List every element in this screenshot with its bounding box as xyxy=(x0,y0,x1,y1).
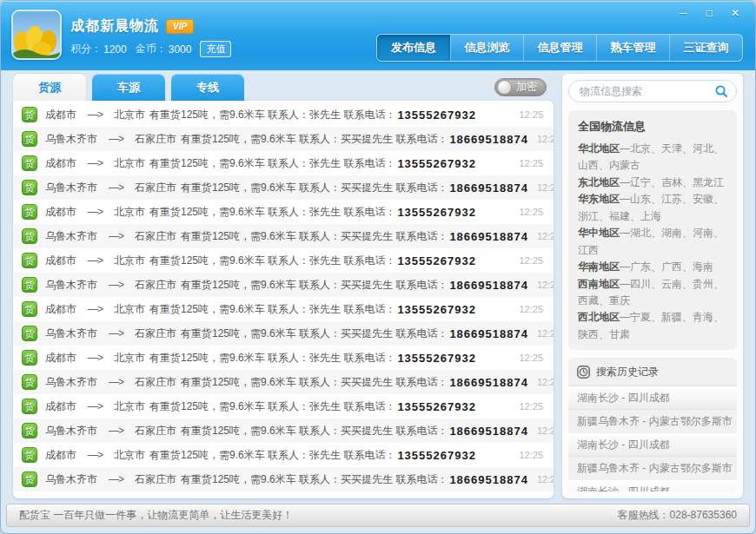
arrow-icon: —> xyxy=(88,400,103,412)
cargo-list-item[interactable]: 货 乌鲁木齐市 —> 石家庄市 有重货125吨，需9.6米车 联系人：买买提先生… xyxy=(13,273,554,297)
region-line[interactable]: 华南地区—广东、广西、海南 xyxy=(578,259,727,275)
cargo-list-item[interactable]: 货 成都市 —> 北京市 有重货125吨，需9.6米车 联系人：张先生 联系电话… xyxy=(13,200,554,224)
history-item[interactable]: 湖南长沙 - 四川成都 xyxy=(568,480,737,491)
origin-city: 成都市 xyxy=(45,302,76,317)
destination-city: 北京市 xyxy=(114,108,145,122)
origin-city: 乌鲁木齐市 xyxy=(45,326,97,341)
region-line[interactable]: 华北地区—北京、天津、河北、山西、内蒙古 xyxy=(578,141,727,175)
cargo-detail: 有重货125吨，需9.6米车 联系人：买买提先生 联系电话： xyxy=(181,181,448,195)
cargo-list-item[interactable]: 货 成都市 —> 北京市 有重货125吨，需9.6米车 联系人：张先生 联系电话… xyxy=(13,151,554,175)
cargo-list-item[interactable]: 货 乌鲁木齐市 —> 石家庄市 有重货125吨，需9.6米车 联系人：买买提先生… xyxy=(13,467,554,491)
region-provinces: —广东、广西、海南 xyxy=(620,260,713,273)
region-line[interactable]: 华中地区—湖北、湖南、河南、江西 xyxy=(578,225,727,259)
vip-badge: VIP xyxy=(166,19,194,34)
cargo-list-item[interactable]: 货 乌鲁木齐市 —> 石家庄市 有重货125吨，需9.6米车 联系人：买买提先生… xyxy=(13,127,554,151)
post-time: 12:25 xyxy=(528,231,554,241)
cargo-detail: 有重货125吨，需9.6米车 联系人：张先生 联系电话： xyxy=(149,302,395,317)
cargo-detail: 有重货125吨，需9.6米车 联系人：买买提先生 联系电话： xyxy=(181,229,448,244)
cargo-list-item[interactable]: 货 成都市 —> 北京市 有重货125吨，需9.6米车 联系人：张先生 联系电话… xyxy=(13,443,554,467)
service-hotline: 客服热线：028-87635360 xyxy=(618,508,737,523)
tab[interactable]: 货源 xyxy=(13,74,86,101)
minimize-icon[interactable]: ─ xyxy=(672,5,694,21)
coins-value: 3000 xyxy=(169,43,192,56)
cargo-badge-icon: 货 xyxy=(22,374,37,390)
cargo-list-item[interactable]: 货 乌鲁木齐市 —> 石家庄市 有重货125吨，需9.6米车 联系人：买买提先生… xyxy=(13,321,554,346)
region-line[interactable]: 西南地区—四川、云南、贵州、西藏、重庆 xyxy=(578,276,727,310)
origin-city: 乌鲁木齐市 xyxy=(45,132,97,147)
cargo-badge-icon: 货 xyxy=(22,228,37,244)
region-name: 华北地区 xyxy=(578,142,620,155)
cargo-detail: 有重货125吨，需9.6米车 联系人：张先生 联系电话： xyxy=(149,399,395,414)
arrow-icon: —> xyxy=(109,181,123,194)
post-time: 12:25 xyxy=(510,450,543,460)
search-box xyxy=(568,80,737,102)
tab[interactable]: 车源 xyxy=(92,74,165,101)
cargo-list-item[interactable]: 货 乌鲁木齐市 —> 石家庄市 有重货125吨，需9.6米车 联系人：买买提先生… xyxy=(13,175,554,200)
cargo-list-item[interactable]: 货 成都市 —> 北京市 有重货125吨，需9.6米车 联系人：张先生 联系电话… xyxy=(13,248,554,273)
avatar[interactable] xyxy=(11,10,62,60)
history-item[interactable]: 新疆乌鲁木齐 - 内蒙古鄂尔多斯市 xyxy=(568,457,737,480)
cargo-badge-icon: 货 xyxy=(22,180,37,195)
origin-city: 乌鲁木齐市 xyxy=(45,472,97,487)
contact-phone: 13555267932 xyxy=(397,400,476,413)
history-item[interactable]: 湖南长沙 - 四川成都 xyxy=(568,386,737,410)
origin-city: 成都市 xyxy=(45,254,76,268)
post-time: 12:25 xyxy=(528,280,554,290)
nav-item[interactable]: 熟车管理 xyxy=(596,35,669,61)
cargo-list-item[interactable]: 货 成都市 —> 北京市 有重货125吨，需9.6米车 联系人：张先生 联系电话… xyxy=(13,394,554,419)
destination-city: 石家庄市 xyxy=(135,229,176,244)
contact-phone: 13555267932 xyxy=(397,303,476,316)
region-line[interactable]: 西北地区—宁夏、新疆、青海、陕西、甘肃 xyxy=(578,309,727,343)
history-item[interactable]: 新疆乌鲁木齐 - 内蒙古鄂尔多斯市 xyxy=(568,410,737,433)
post-time: 12:25 xyxy=(528,377,554,387)
clock-icon xyxy=(577,366,590,379)
cargo-badge-icon: 货 xyxy=(22,107,37,122)
cargo-list-item[interactable]: 货 成都市 —> 北京市 有重货125吨，需9.6米车 联系人：张先生 联系电话… xyxy=(13,102,554,127)
destination-city: 北京市 xyxy=(114,448,145,463)
region-line[interactable]: 东北地区—辽宁、吉林、黑龙江 xyxy=(578,175,727,191)
recharge-button[interactable]: 充值 xyxy=(200,41,231,57)
window-controls: ─ □ ✕ xyxy=(672,5,746,21)
search-history-title: 搜索历史记录 xyxy=(596,365,659,379)
close-icon[interactable]: ✕ xyxy=(724,5,746,21)
nav-item[interactable]: 信息管理 xyxy=(523,35,596,61)
search-input[interactable] xyxy=(580,85,714,97)
maximize-icon[interactable]: □ xyxy=(698,5,720,21)
cargo-badge-icon: 货 xyxy=(22,301,37,317)
cargo-list-item[interactable]: 货 成都市 —> 北京市 有重货125吨，需9.6米车 联系人：张先生 联系电话… xyxy=(13,346,554,370)
cargo-detail: 有重货125吨，需9.6米车 联系人：张先生 联系电话： xyxy=(149,254,395,268)
cargo-badge-icon: 货 xyxy=(22,447,37,463)
encrypt-toggle[interactable]: 加密 xyxy=(494,78,547,96)
cargo-list-item[interactable]: 货 乌鲁木齐市 —> 石家庄市 有重货125吨，需9.6米车 联系人：买买提先生… xyxy=(13,370,554,394)
search-icon[interactable] xyxy=(714,84,728,98)
history-item[interactable]: 湖南长沙 - 四川成都 xyxy=(568,433,737,457)
search-history-header: 搜索历史记录 xyxy=(568,358,737,386)
region-line[interactable]: 华东地区—山东、江苏、安徽、浙江、福建、上海 xyxy=(578,191,727,225)
contact-phone: 18669518874 xyxy=(449,230,528,243)
origin-city: 成都市 xyxy=(45,448,76,463)
contact-phone: 13555267932 xyxy=(397,352,476,365)
contact-phone: 18669518874 xyxy=(449,376,528,389)
contact-phone: 13555267932 xyxy=(397,109,476,122)
cargo-list-item[interactable]: 货 乌鲁木齐市 —> 石家庄市 有重货125吨，需9.6米车 联系人：买买提先生… xyxy=(13,419,554,443)
cargo-list-item[interactable]: 货 乌鲁木齐市 —> 石家庄市 有重货125吨，需9.6米车 联系人：买买提先生… xyxy=(13,224,554,248)
nav-item[interactable]: 三证查询 xyxy=(669,35,742,61)
cargo-list-item[interactable]: 货 成都市 —> 北京市 有重货125吨，需9.6米车 联系人：张先生 联系电话… xyxy=(13,297,554,321)
nav-item[interactable]: 发布信息 xyxy=(377,35,450,61)
post-time: 12:25 xyxy=(510,158,543,168)
destination-city: 北京市 xyxy=(114,254,145,268)
tab[interactable]: 专线 xyxy=(171,74,244,101)
cargo-detail: 有重货125吨，需9.6米车 联系人：买买提先生 联系电话： xyxy=(181,326,448,341)
cargo-badge-icon: 货 xyxy=(22,155,37,171)
cargo-detail: 有重货125吨，需9.6米车 联系人：张先生 联系电话： xyxy=(149,205,395,220)
cargo-badge-icon: 货 xyxy=(22,204,37,220)
post-time: 12:25 xyxy=(510,207,543,217)
contact-phone: 18669518874 xyxy=(449,181,528,194)
cargo-detail: 有重货125吨，需9.6米车 联系人：张先生 联系电话： xyxy=(149,351,395,366)
nav-item[interactable]: 信息浏览 xyxy=(450,35,523,61)
cargo-detail: 有重货125吨，需9.6米车 联系人：买买提先生 联系电话： xyxy=(181,472,448,487)
destination-city: 北京市 xyxy=(114,351,145,366)
contact-phone: 18669518874 xyxy=(449,279,528,292)
cargo-list: 货 成都市 —> 北京市 有重货125吨，需9.6米车 联系人：张先生 联系电话… xyxy=(13,101,554,498)
arrow-icon: —> xyxy=(88,157,103,169)
